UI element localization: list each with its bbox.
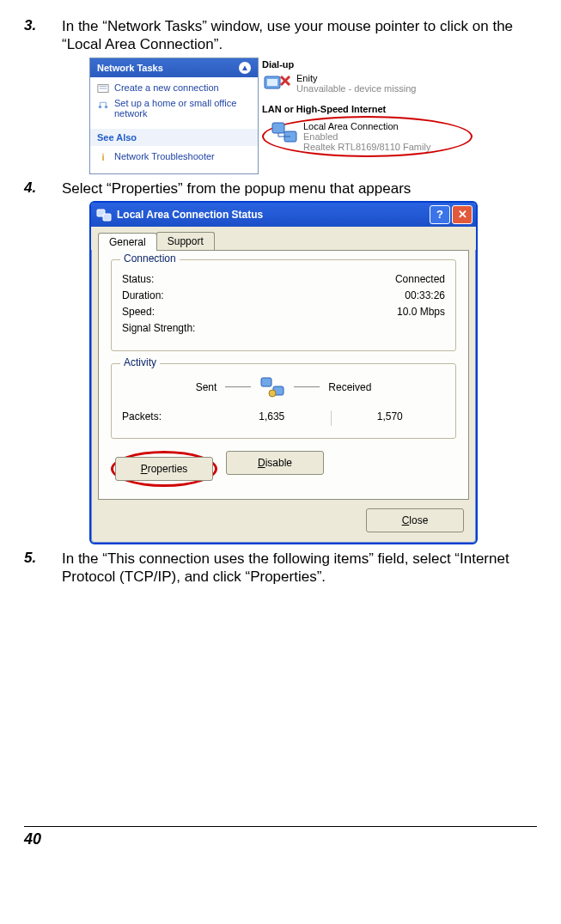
signal-label: Signal Strength: [122,322,195,334]
packets-label: Packets: [122,410,216,426]
page-number: 40 [24,827,537,852]
svg-point-2 [105,105,108,108]
step-5-text: In the “This connection uses the followi… [62,550,537,587]
lan-status: Enabled [303,131,430,142]
step-3: 3. In the “Network Tasks” window, use yo… [24,17,537,54]
connection-icon [96,207,112,222]
svg-rect-4 [267,79,277,86]
disable-button[interactable]: Disable [226,451,324,475]
speed-label: Speed: [122,306,155,318]
tab-strip: General Support [91,227,476,250]
step-5: 5. In the “This connection uses the foll… [24,550,537,587]
tab-support[interactable]: Support [156,232,215,250]
lan-device: Realtek RTL8169/8110 Family [303,142,430,152]
step-4-text: Select “Properties” from the popup menu … [62,179,537,198]
svg-point-11 [269,390,276,397]
link-troubleshooter[interactable]: i Network Troubleshooter [97,151,251,163]
sent-label: Sent [196,381,217,393]
figure-connection-status: Local Area Connection Status ? ✕ General… [89,201,537,544]
dialup-name: Enity [296,73,416,83]
packets-received-value: 1,570 [335,410,446,426]
duration-label: Duration: [122,289,164,301]
button-row: Properties Disable [111,451,456,487]
collapse-icon[interactable]: ▲ [239,62,251,74]
lan-highlight-oval: Local Area Connection Enabled Realtek RT… [262,116,473,157]
duration-value: 00:33:26 [405,289,445,301]
close-button[interactable]: Close [366,508,464,532]
divider-line [225,386,251,387]
divider [331,410,332,426]
dialog-titlebar[interactable]: Local Area Connection Status ? ✕ [91,203,476,227]
divider-line [294,386,320,387]
network-tasks-header: Network Tasks ▲ [90,58,258,77]
network-icon [97,98,109,110]
step-3-text: In the “Network Tasks” window, use your … [62,17,537,54]
task-create-connection[interactable]: Create a new connection [97,82,251,94]
status-label: Status: [122,273,154,285]
tab-general[interactable]: General [98,233,157,251]
lan-name: Local Area Connection [303,121,430,131]
properties-button[interactable]: Properties [115,457,213,481]
step-5-number: 5. [24,550,62,587]
group-connection-title: Connection [120,252,180,264]
wizard-icon [97,82,109,94]
connections-list: Dial-up Enity Unavailable - device missi… [262,58,473,174]
step-4-number: 4. [24,179,62,198]
status-value: Connected [395,273,445,285]
status-dialog: Local Area Connection Status ? ✕ General… [89,201,478,544]
group-activity-title: Activity [120,356,160,368]
svg-rect-9 [261,378,271,386]
figure-network-connections: Network Tasks ▲ Create a new connection … [89,58,537,174]
network-tasks-panel: Network Tasks ▲ Create a new connection … [89,58,259,174]
task-home-network[interactable]: Set up a home or small office network [97,98,251,119]
activity-icon [259,376,285,398]
connection-dialup[interactable]: Enity Unavailable - device missing [262,71,473,99]
group-connection: Connection Status:Connected Duration:00:… [111,259,456,351]
task-label: Set up a home or small office network [114,98,251,119]
link-label: Network Troubleshooter [114,151,215,161]
close-x-button[interactable]: ✕ [452,205,473,224]
category-dialup: Dial-up [262,59,473,70]
tab-panel: Connection Status:Connected Duration:00:… [98,250,469,500]
connection-lan[interactable]: Local Area Connection Enabled Realtek RT… [269,119,466,154]
dialog-footer: Close [91,500,476,543]
svg-point-1 [99,105,102,108]
see-also-header: See Also [90,129,258,146]
speed-value: 10.0 Mbps [397,306,445,318]
lan-icon [271,121,298,145]
group-activity: Activity Sent Received Packets: 1,635 1,… [111,363,456,439]
dialog-title: Local Area Connection Status [117,209,263,221]
svg-rect-8 [103,214,111,221]
help-button[interactable]: ? [430,205,450,224]
info-icon: i [97,151,109,163]
network-tasks-title: Network Tasks [97,63,163,73]
step-3-number: 3. [24,17,62,54]
category-lan: LAN or High-Speed Internet [262,104,473,114]
dialup-status: Unavailable - device missing [296,83,416,94]
svg-rect-5 [272,123,284,133]
received-label: Received [328,381,371,393]
task-label: Create a new connection [114,82,219,93]
dialup-icon [264,73,291,97]
properties-highlight-oval: Properties [111,451,217,487]
step-4: 4. Select “Properties” from the popup me… [24,179,537,198]
packets-sent-value: 1,635 [216,410,327,426]
